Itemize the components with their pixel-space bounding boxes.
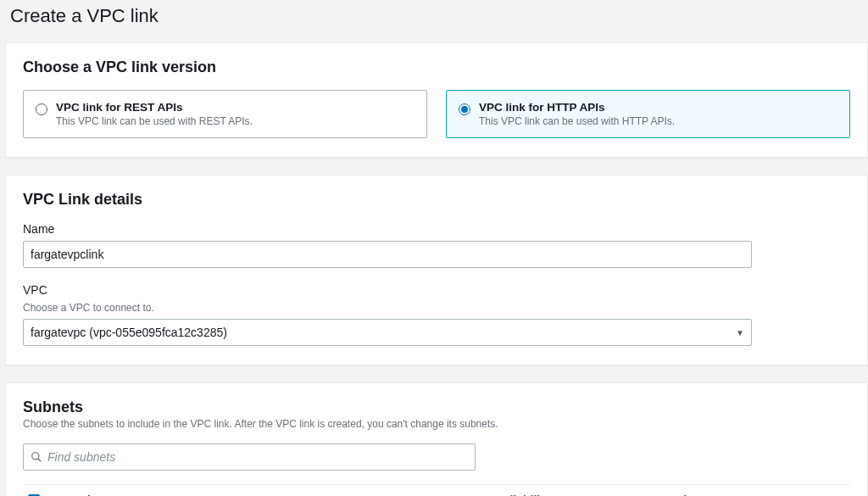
subnets-table: Subnet Name Availability Zone Subnet IPV… xyxy=(23,484,850,496)
col-subnet[interactable]: Subnet xyxy=(62,485,321,497)
version-option-title: VPC link for HTTP APIs xyxy=(479,101,675,114)
col-az[interactable]: Availability Zone xyxy=(478,485,658,497)
version-option-desc: This VPC link can be used with REST APIs… xyxy=(56,115,253,127)
subnet-search-input[interactable] xyxy=(47,450,468,464)
col-name[interactable]: Name xyxy=(321,485,478,497)
col-cidr[interactable]: Subnet IPV4 CIDR xyxy=(658,485,850,497)
version-option-title: VPC link for REST APIs xyxy=(56,101,253,114)
subnets-heading: Subnets xyxy=(23,398,850,416)
version-option-http[interactable]: VPC link for HTTP APIs This VPC link can… xyxy=(446,90,850,138)
vpc-select[interactable]: fargatevpc (vpc-055e095fca12c3285) ▼ xyxy=(23,319,752,346)
version-option-rest[interactable]: VPC link for REST APIs This VPC link can… xyxy=(23,90,427,138)
vpc-hint: Choose a VPC to connect to. xyxy=(23,302,850,314)
radio-icon xyxy=(36,103,47,115)
svg-point-0 xyxy=(32,453,39,460)
search-icon xyxy=(31,451,42,463)
svg-line-1 xyxy=(38,459,42,462)
caret-down-icon: ▼ xyxy=(736,328,744,337)
version-heading: Choose a VPC link version xyxy=(23,59,850,76)
name-input[interactable] xyxy=(23,241,752,268)
radio-icon xyxy=(459,103,470,115)
version-panel: Choose a VPC link version VPC link for R… xyxy=(5,42,868,158)
name-label: Name xyxy=(23,222,850,236)
vpc-select-value: fargatevpc (vpc-055e095fca12c3285) xyxy=(31,326,227,339)
page-title: Create a VPC link xyxy=(0,0,868,42)
vpc-label: VPC xyxy=(23,283,850,297)
subnets-panel: Subnets Choose the subnets to include in… xyxy=(5,382,868,496)
details-panel: VPC Link details Name VPC Choose a VPC t… xyxy=(5,175,868,365)
subnet-search[interactable] xyxy=(23,443,476,471)
details-heading: VPC Link details xyxy=(23,191,850,209)
version-option-desc: This VPC link can be used with HTTP APIs… xyxy=(479,115,675,127)
subnets-hint: Choose the subnets to include in the VPC… xyxy=(23,418,850,430)
